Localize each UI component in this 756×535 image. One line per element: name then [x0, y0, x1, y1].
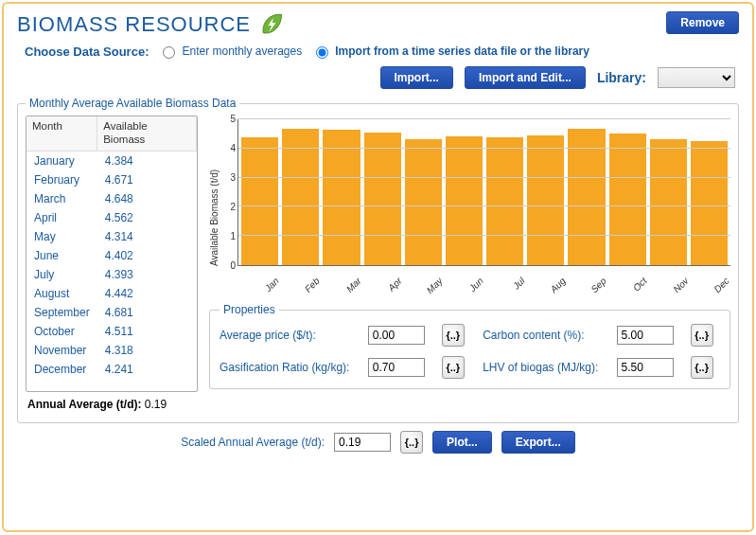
cell-month: September	[26, 303, 97, 322]
table-row[interactable]: December4.241	[26, 360, 197, 379]
groupbox-legend: Monthly Average Available Biomass Data	[26, 97, 239, 110]
cell-value: 4.671	[97, 170, 197, 189]
chart-bar	[241, 137, 278, 265]
radio-monthly-averages[interactable]: Enter monthly averages	[158, 44, 302, 59]
table-row[interactable]: January4.384	[26, 151, 197, 170]
chart-bar	[323, 130, 360, 265]
library-select[interactable]	[658, 67, 735, 88]
data-section: Month Available Biomass January4.384Febr…	[26, 116, 730, 392]
chart-bar	[364, 133, 401, 266]
gasification-ratio-input[interactable]	[368, 358, 425, 377]
chart-y-axis: 012345	[222, 119, 237, 266]
table-row[interactable]: August4.442	[26, 284, 197, 303]
cell-month: December	[26, 360, 97, 379]
radio-import-label: Import from a time series data file or t…	[335, 45, 589, 58]
export-button[interactable]: Export...	[501, 431, 575, 454]
annual-average-row: Annual Average (t/d): 0.19	[27, 398, 730, 411]
lhv-biogas-label: LHV of biogas (MJ/kg):	[483, 361, 605, 374]
chart-column: Available Biomass (t/d) 012345 JanFebMar…	[209, 116, 730, 392]
chart-bar	[446, 136, 483, 265]
biomass-datagrid: Month Available Biomass January4.384Febr…	[26, 116, 197, 379]
y-tick: 1	[230, 232, 236, 241]
cell-value: 4.442	[97, 284, 197, 303]
gridline	[238, 118, 730, 119]
cell-value: 4.402	[97, 246, 197, 265]
gasification-ratio-label: Gasification Ratio (kg/kg):	[220, 361, 357, 374]
cell-month: August	[26, 284, 97, 303]
chart-bars	[238, 119, 730, 265]
table-row[interactable]: June4.402	[26, 246, 197, 265]
col-header-available-biomass[interactable]: Available Biomass	[97, 116, 197, 151]
y-tick: 0	[230, 261, 236, 271]
lhv-sensitivity-button[interactable]: {..}	[691, 356, 713, 379]
remove-button[interactable]: Remove	[666, 11, 739, 34]
library-label: Library:	[597, 70, 646, 85]
table-row[interactable]: November4.318	[26, 341, 197, 360]
cell-value: 4.562	[97, 208, 197, 227]
chart-bar	[650, 139, 687, 265]
chart-bar	[527, 135, 564, 265]
y-tick: 4	[230, 144, 236, 153]
table-row[interactable]: February4.671	[26, 170, 197, 189]
chart-bar	[568, 129, 605, 265]
radio-monthly-input[interactable]	[163, 46, 175, 59]
scaled-annual-input[interactable]	[334, 433, 391, 452]
import-and-edit-button[interactable]: Import and Edit...	[465, 66, 586, 89]
y-tick: 2	[230, 203, 236, 212]
cell-value: 4.393	[97, 265, 197, 284]
gridline	[238, 148, 730, 149]
gridline	[238, 235, 730, 236]
cell-month: July	[26, 265, 97, 284]
choose-data-source-label: Choose Data Source:	[25, 45, 149, 59]
biomass-table[interactable]: Month Available Biomass January4.384Febr…	[26, 116, 198, 392]
biomass-resource-panel: BIOMASS RESOURCE Remove Choose Data Sour…	[2, 2, 754, 532]
import-row: Import... Import and Edit... Library:	[17, 66, 739, 89]
plot-button[interactable]: Plot...	[432, 431, 492, 454]
cell-value: 4.241	[97, 360, 197, 379]
chart-bar	[486, 137, 523, 265]
chart-bar	[691, 141, 728, 265]
table-row[interactable]: April4.562	[26, 208, 197, 227]
scaled-annual-label: Scaled Annual Average (t/d):	[181, 436, 325, 449]
cell-month: January	[26, 151, 97, 170]
properties-grid: Average price ($/t): {..} Carbon content…	[220, 324, 720, 379]
title-area: BIOMASS RESOURCE	[17, 11, 285, 38]
gridline	[238, 205, 730, 206]
lhv-biogas-input[interactable]	[617, 358, 674, 377]
chart-bar	[609, 134, 646, 265]
cell-month: March	[26, 189, 97, 208]
cell-month: February	[26, 170, 97, 189]
page-title: BIOMASS RESOURCE	[17, 12, 251, 37]
table-row[interactable]: September4.681	[26, 303, 197, 322]
cell-value: 4.384	[97, 151, 197, 170]
biomass-bar-chart: Available Biomass (t/d) 012345 JanFebMar…	[209, 116, 730, 295]
carbon-content-input[interactable]	[617, 326, 674, 345]
chart-bar	[282, 129, 319, 265]
cell-value: 4.681	[97, 303, 197, 322]
chart-grid	[237, 119, 730, 266]
gridline	[238, 177, 730, 178]
gas-ratio-sensitivity-button[interactable]: {..}	[442, 356, 465, 379]
monthly-biomass-groupbox: Monthly Average Available Biomass Data M…	[17, 97, 739, 423]
bottom-row: Scaled Annual Average (t/d): {..} Plot..…	[17, 431, 739, 454]
chart-y-axis-label: Available Biomass (t/d)	[209, 116, 222, 295]
col-header-month[interactable]: Month	[26, 116, 97, 151]
cell-value: 4.318	[97, 341, 197, 360]
cell-month: October	[26, 322, 97, 341]
radio-import-input[interactable]	[316, 46, 328, 59]
radio-import-from-file[interactable]: Import from a time series data file or t…	[311, 44, 589, 59]
table-row[interactable]: March4.648	[26, 189, 197, 208]
avg-price-label: Average price ($/t):	[220, 329, 357, 342]
chart-bar	[405, 139, 442, 265]
scaled-annual-sensitivity-button[interactable]: {..}	[400, 431, 423, 454]
table-row[interactable]: July4.393	[26, 265, 197, 284]
cell-month: April	[26, 208, 97, 227]
carbon-sensitivity-button[interactable]: {..}	[691, 324, 713, 347]
avg-price-sensitivity-button[interactable]: {..}	[442, 324, 465, 347]
import-button[interactable]: Import...	[380, 66, 453, 89]
table-row[interactable]: October4.511	[26, 322, 197, 341]
annual-average-label: Annual Average (t/d):	[27, 398, 141, 411]
table-row[interactable]: May4.314	[26, 227, 197, 246]
chart-x-axis: JanFebMarAprMayJunJulAugSepOctNovDec	[237, 266, 730, 293]
avg-price-input[interactable]	[368, 326, 425, 345]
